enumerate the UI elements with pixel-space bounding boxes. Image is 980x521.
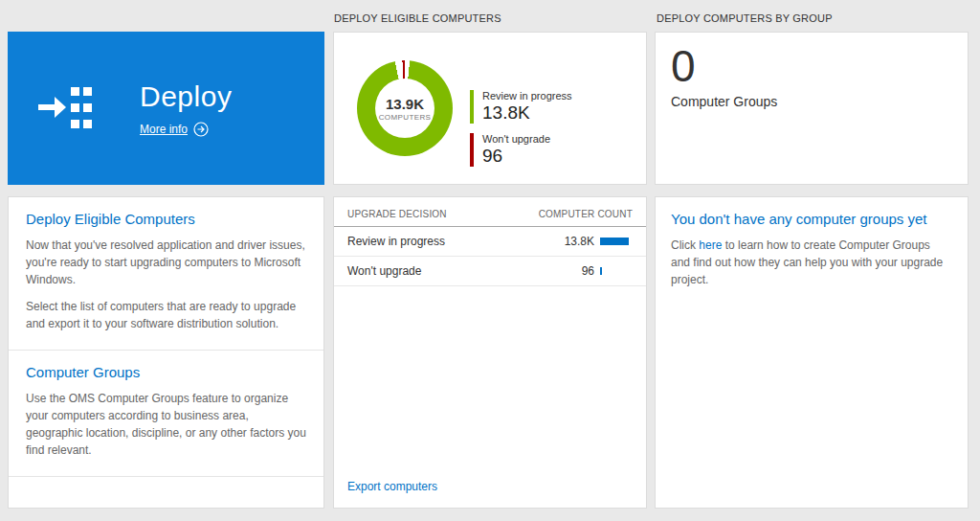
- table-header-row: UPGRADE DECISION COMPUTER COUNT: [334, 197, 646, 227]
- row-value: 13.8K: [550, 235, 594, 248]
- row-value: 96: [550, 264, 594, 278]
- donut-total-value: 13.9K: [386, 96, 424, 112]
- text-before-link: Click: [671, 238, 699, 252]
- more-info-label: More info: [140, 123, 188, 136]
- eligible-computers-chart-card[interactable]: 13.9K COMPUTERS Review in progress 13.8K…: [333, 32, 647, 185]
- computer-groups-count-card[interactable]: 0 Computer Groups: [655, 32, 969, 185]
- section-header-deploy-eligible-computers: DEPLOY ELIGIBLE COMPUTERS: [334, 12, 501, 24]
- deploy-eligible-paragraph-1: Now that you've resolved application and…: [26, 237, 306, 288]
- computer-groups-heading: Computer Groups: [26, 364, 306, 380]
- legend-value: 96: [482, 146, 572, 167]
- section-header-deploy-computers-by-group: DEPLOY COMPUTERS BY GROUP: [657, 12, 833, 24]
- donut-total-label: COMPUTERS: [379, 113, 432, 122]
- section-computer-groups: Computer Groups Use the OMS Computer Gro…: [9, 351, 323, 477]
- legend-item-wont-upgrade: Won't upgrade 96: [470, 133, 572, 167]
- legend-label: Review in progress: [482, 90, 572, 102]
- table-row-review-in-progress[interactable]: Review in progress 13.8K: [334, 227, 646, 257]
- upgrade-readiness-deploy-dashboard: DEPLOY ELIGIBLE COMPUTERS DEPLOY COMPUTE…: [0, 0, 980, 521]
- computer-groups-count-label: Computer Groups: [671, 94, 952, 109]
- deploy-tile[interactable]: Deploy More info: [8, 32, 324, 185]
- no-computer-groups-text: Click here to learn how to create Comput…: [671, 237, 952, 288]
- table-row-wont-upgrade[interactable]: Won't upgrade 96: [334, 257, 646, 286]
- row-label: Won't upgrade: [347, 264, 550, 278]
- row-bar: [600, 267, 633, 275]
- upgrade-decision-table-card: UPGRADE DECISION COMPUTER COUNT Review i…: [333, 196, 647, 509]
- deploy-icon: [36, 83, 96, 133]
- row-bar: [600, 238, 633, 245]
- section-deploy-eligible-computers: Deploy Eligible Computers Now that you'v…: [9, 197, 323, 351]
- here-link[interactable]: here: [699, 238, 722, 252]
- row-label: Review in progress: [347, 235, 550, 248]
- column-header-computer-count: COMPUTER COUNT: [539, 209, 633, 219]
- column-header-upgrade-decision: UPGRADE DECISION: [347, 209, 447, 219]
- legend-value: 13.8K: [482, 102, 572, 124]
- computer-groups-empty-panel: You don't have any computer groups yet C…: [655, 196, 969, 509]
- deploy-eligible-paragraph-2: Select the list of computers that are re…: [26, 298, 306, 332]
- donut-legend: Review in progress 13.8K Won't upgrade 9…: [470, 90, 572, 176]
- deploy-eligible-computers-heading: Deploy Eligible Computers: [26, 211, 306, 227]
- no-computer-groups-heading: You don't have any computer groups yet: [671, 211, 952, 227]
- computers-donut-chart: 13.9K COMPUTERS: [357, 60, 453, 156]
- deploy-info-panel: Deploy Eligible Computers Now that you'v…: [8, 196, 324, 509]
- more-info-link[interactable]: More info: [140, 122, 232, 137]
- donut-center: 13.9K COMPUTERS: [375, 79, 434, 138]
- legend-item-review-in-progress: Review in progress 13.8K: [470, 90, 572, 124]
- deploy-tile-body: Deploy More info: [140, 80, 232, 137]
- deploy-tile-title: Deploy: [140, 80, 232, 113]
- computer-groups-count: 0: [671, 40, 952, 92]
- legend-label: Won't upgrade: [482, 133, 572, 145]
- arrow-right-circle-icon: [193, 122, 209, 137]
- computer-groups-paragraph: Use the OMS Computer Groups feature to o…: [26, 390, 306, 459]
- export-computers-link[interactable]: Export computers: [347, 480, 437, 493]
